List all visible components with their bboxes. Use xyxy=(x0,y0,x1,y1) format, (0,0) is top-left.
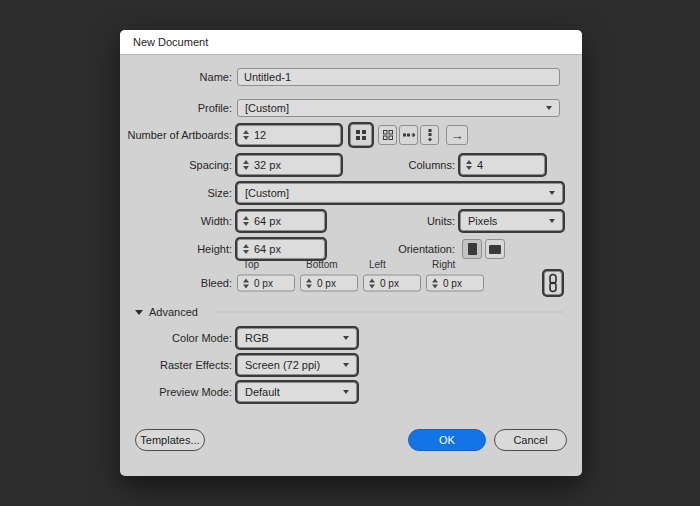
raster-effects-dropdown[interactable]: Screen (72 ppi) xyxy=(237,355,357,375)
width-value: 64 px xyxy=(254,215,281,227)
dialog-title: New Document xyxy=(133,36,208,48)
templates-button[interactable]: Templates... xyxy=(135,429,205,451)
bleed-right-spinner[interactable] xyxy=(432,278,438,288)
artboards-spinner[interactable] xyxy=(243,130,249,140)
chevron-down-icon xyxy=(549,191,555,195)
bleed-right-stepper[interactable]: 0 px xyxy=(426,275,484,292)
stepper-down-icon[interactable] xyxy=(243,250,249,254)
stepper-up-icon[interactable] xyxy=(466,160,472,164)
bleed-right-value: 0 px xyxy=(443,278,462,289)
advanced-section-toggle[interactable]: Advanced xyxy=(135,306,198,318)
stepper-down-icon[interactable] xyxy=(243,222,249,226)
stepper-down-icon[interactable] xyxy=(432,284,438,288)
stepper-down-icon[interactable] xyxy=(243,136,249,140)
arrange-by-column-button[interactable] xyxy=(420,125,439,145)
profile-dropdown[interactable]: [Custom] xyxy=(237,99,560,117)
bleed-bottom-spinner[interactable] xyxy=(306,278,312,288)
cancel-button[interactable]: Cancel xyxy=(494,429,567,451)
bleed-header-bottom: Bottom xyxy=(306,259,338,270)
stepper-up-icon[interactable] xyxy=(306,278,312,282)
dialog-titlebar[interactable]: New Document xyxy=(120,30,582,55)
raster-effects-value: Screen (72 ppi) xyxy=(245,359,320,371)
columns-stepper[interactable]: 4 xyxy=(460,155,545,175)
new-document-dialog: New Document Name: Profile: [Custom] Num… xyxy=(120,30,582,476)
width-label: Width: xyxy=(120,215,232,227)
preview-mode-label: Preview Mode: xyxy=(120,386,232,398)
grid-by-row-icon xyxy=(355,129,367,141)
preview-mode-value: Default xyxy=(245,386,280,398)
columns-label: Columns: xyxy=(345,159,455,171)
stepper-up-icon[interactable] xyxy=(243,278,249,282)
height-label: Height: xyxy=(120,243,232,255)
profile-label: Profile: xyxy=(120,102,232,114)
bleed-top-spinner[interactable] xyxy=(243,278,249,288)
layout-direction-button[interactable]: → xyxy=(446,125,468,145)
spacing-spinner[interactable] xyxy=(243,160,249,170)
advanced-divider xyxy=(215,312,563,313)
name-label: Name: xyxy=(120,71,232,83)
name-input[interactable] xyxy=(237,68,560,86)
bleed-bottom-value: 0 px xyxy=(317,278,336,289)
arrange-by-row-button[interactable] xyxy=(399,125,418,145)
bleed-bottom-stepper[interactable]: 0 px xyxy=(300,275,358,292)
bleed-top-value: 0 px xyxy=(254,278,273,289)
portrait-icon xyxy=(468,243,477,255)
ok-button-label: OK xyxy=(439,434,455,446)
raster-effects-label: Raster Effects: xyxy=(120,359,232,371)
artboards-stepper[interactable]: 12 xyxy=(237,125,341,145)
bleed-top-stepper[interactable]: 0 px xyxy=(237,275,295,292)
stepper-down-icon[interactable] xyxy=(243,166,249,170)
cancel-button-label: Cancel xyxy=(513,434,547,446)
size-dropdown[interactable]: [Custom] xyxy=(237,183,563,203)
size-value: [Custom] xyxy=(245,187,289,199)
arrange-by-row-icon xyxy=(402,129,416,141)
orientation-landscape-button[interactable] xyxy=(485,239,505,259)
chevron-down-icon xyxy=(343,363,349,367)
arrange-by-column-icon xyxy=(424,128,436,142)
grid-by-row-button[interactable] xyxy=(350,124,372,146)
columns-value: 4 xyxy=(477,159,483,171)
preview-mode-dropdown[interactable]: Default xyxy=(237,382,357,402)
orientation-label: Orientation: xyxy=(320,243,455,255)
color-mode-dropdown[interactable]: RGB xyxy=(237,328,357,348)
stepper-down-icon[interactable] xyxy=(243,284,249,288)
stepper-up-icon[interactable] xyxy=(243,160,249,164)
spacing-value: 32 px xyxy=(254,159,281,171)
artboards-value: 12 xyxy=(254,129,266,141)
templates-button-label: Templates... xyxy=(140,434,199,446)
stepper-down-icon[interactable] xyxy=(306,284,312,288)
bleed-left-spinner[interactable] xyxy=(369,278,375,288)
height-stepper[interactable]: 64 px xyxy=(237,239,325,259)
advanced-label: Advanced xyxy=(149,306,198,318)
units-dropdown[interactable]: Pixels xyxy=(460,211,563,231)
spacing-stepper[interactable]: 32 px xyxy=(237,155,341,175)
stepper-up-icon[interactable] xyxy=(243,244,249,248)
stepper-up-icon[interactable] xyxy=(369,278,375,282)
units-value: Pixels xyxy=(468,215,497,227)
width-stepper[interactable]: 64 px xyxy=(237,211,325,231)
spacing-label: Spacing: xyxy=(120,159,232,171)
stepper-down-icon[interactable] xyxy=(466,166,472,170)
grid-by-column-button[interactable] xyxy=(378,125,397,145)
chevron-down-icon xyxy=(343,336,349,340)
stepper-down-icon[interactable] xyxy=(369,284,375,288)
stepper-up-icon[interactable] xyxy=(243,130,249,134)
columns-spinner[interactable] xyxy=(466,160,472,170)
height-spinner[interactable] xyxy=(243,244,249,254)
stepper-up-icon[interactable] xyxy=(432,278,438,282)
units-label: Units: xyxy=(320,215,455,227)
ok-button[interactable]: OK xyxy=(408,429,486,451)
orientation-portrait-button[interactable] xyxy=(462,239,482,259)
desktop-background: { "window": { "title": "New Document" },… xyxy=(0,0,700,506)
bleed-left-stepper[interactable]: 0 px xyxy=(363,275,421,292)
landscape-icon xyxy=(489,245,501,254)
size-label: Size: xyxy=(120,187,232,199)
width-spinner[interactable] xyxy=(243,216,249,226)
height-value: 64 px xyxy=(254,243,281,255)
color-mode-value: RGB xyxy=(245,332,269,344)
stepper-up-icon[interactable] xyxy=(243,216,249,220)
bleed-link-button[interactable] xyxy=(544,271,562,295)
artboards-label: Number of Artboards: xyxy=(120,129,232,141)
chevron-down-icon xyxy=(343,390,349,394)
right-arrow-icon: → xyxy=(451,129,464,142)
